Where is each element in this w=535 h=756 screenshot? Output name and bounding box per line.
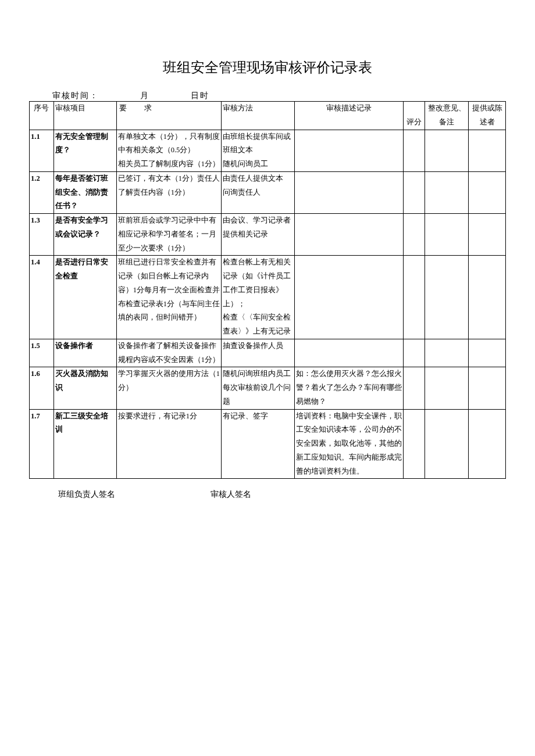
- cell-req: 已签订，有文本（1分）责任人了解责任内容（1分）: [116, 171, 222, 213]
- cell-score: [403, 256, 425, 339]
- cell-score: [403, 367, 425, 409]
- cell-desc: [294, 130, 403, 171]
- cell-provider: [469, 367, 506, 409]
- cell-num: 1.7: [30, 409, 54, 479]
- header-remark: 整改意见、备注: [425, 102, 469, 130]
- cell-num: 1.1: [30, 130, 54, 171]
- header-provider: 提供或陈述者: [469, 102, 506, 130]
- cell-score: [403, 171, 425, 213]
- cell-req: 班组已进行日常安全检查并有记录（如日台帐上有记录内容）1分每月有一次全面检查并布…: [116, 256, 222, 339]
- cell-method: 有记录、签字: [222, 409, 294, 479]
- cell-provider: [469, 256, 506, 339]
- table-header-row: 序号 审核项目 要求 审核方法 审核描述记录 评分 整改意见、备注 提供或陈述者: [30, 102, 506, 130]
- audit-time-day-label: 日时: [191, 91, 209, 100]
- cell-provider: [469, 409, 506, 479]
- cell-num: 1.6: [30, 367, 54, 409]
- cell-req: 设备操作者了解相关设备操作规程内容或不安全因素（1分）: [116, 339, 222, 367]
- cell-desc: [294, 171, 403, 213]
- cell-score: [403, 409, 425, 479]
- table-row: 1.5 设备操作者 设备操作者了解相关设备操作规程内容或不安全因素（1分） 抽查…: [30, 339, 506, 367]
- audit-time-month-label: 月: [140, 91, 149, 100]
- cell-req: 按要求进行，有记录1分: [116, 409, 222, 479]
- table-row: 1.6 灭火器及消防知识 学习掌握灭火器的使用方法（1分） 随机问询班组内员工每…: [30, 367, 506, 409]
- cell-item: 有无安全管理制度？: [54, 130, 116, 171]
- cell-score: [403, 339, 425, 367]
- cell-num: 1.2: [30, 171, 54, 213]
- header-req: 要求: [116, 102, 222, 130]
- header-method: 审核方法: [222, 102, 294, 130]
- cell-score: [403, 130, 425, 171]
- cell-remark: [425, 171, 469, 213]
- table-row: 1.2 每年是否签订班组安全、消防责任书？ 已签订，有文本（1分）责任人了解责任…: [30, 171, 506, 213]
- cell-item: 设备操作者: [54, 339, 116, 367]
- table-row: 1.7 新工三级安全培训 按要求进行，有记录1分 有记录、签字 培训资料：电脑中…: [30, 409, 506, 479]
- cell-item: 灭火器及消防知识: [54, 367, 116, 409]
- cell-desc: 如：怎么使用灭火器？怎么报火警？着火了怎么办？车间有哪些易燃物？: [294, 367, 403, 409]
- header-num: 序号: [30, 102, 54, 130]
- table-row: 1.1 有无安全管理制度？ 有单独文本（1分），只有制度中有相关条文（0.5分）…: [30, 130, 506, 171]
- header-item: 审核项目: [54, 102, 116, 130]
- cell-method: 由班组长提供车间或班组文本随机问询员工: [222, 130, 294, 171]
- cell-req: 班前班后会或学习记录中中有相应记录和学习者签名；一月至少一次要求（1分）: [116, 214, 222, 256]
- header-score: 评分: [403, 102, 425, 130]
- cell-remark: [425, 214, 469, 256]
- cell-desc: [294, 339, 403, 367]
- cell-item: 每年是否签订班组安全、消防责任书？: [54, 171, 116, 213]
- cell-remark: [425, 130, 469, 171]
- cell-desc: [294, 256, 403, 339]
- cell-method: 由会议、学习记录者提供相关记录: [222, 214, 294, 256]
- cell-item: 是否有安全学习或会议记录？: [54, 214, 116, 256]
- cell-remark: [425, 367, 469, 409]
- cell-desc: 培训资料：电脑中安全课件，职工安全知识读本等，公司办的不安全因素，如取化池等，其…: [294, 409, 403, 479]
- cell-item: 是否进行日常安全检查: [54, 256, 116, 339]
- cell-num: 1.5: [30, 339, 54, 367]
- cell-provider: [469, 339, 506, 367]
- header-desc: 审核描述记录: [294, 102, 403, 130]
- cell-item: 新工三级安全培训: [54, 409, 116, 479]
- table-body: 1.1 有无安全管理制度？ 有单独文本（1分），只有制度中有相关条文（0.5分）…: [30, 130, 506, 479]
- cell-provider: [469, 214, 506, 256]
- table-row: 1.3 是否有安全学习或会议记录？ 班前班后会或学习记录中中有相应记录和学习者签…: [30, 214, 506, 256]
- table-row: 1.4 是否进行日常安全检查 班组已进行日常安全检查并有记录（如日台帐上有记录内…: [30, 256, 506, 339]
- cell-remark: [425, 409, 469, 479]
- cell-method: 抽查设备操作人员: [222, 339, 294, 367]
- audit-time-line: 审核时间： 月 日时: [52, 91, 506, 101]
- cell-remark: [425, 256, 469, 339]
- cell-desc: [294, 214, 403, 256]
- sign-right: 审核人签名: [211, 489, 251, 500]
- cell-req: 学习掌握灭火器的使用方法（1分）: [116, 367, 222, 409]
- cell-req: 有单独文本（1分），只有制度中有相关条文（0.5分）相关员工了解制度内容（1分）: [116, 130, 222, 171]
- audit-table: 序号 审核项目 要求 审核方法 审核描述记录 评分 整改意见、备注 提供或陈述者…: [29, 101, 506, 479]
- cell-method: 随机问询班组内员工每次审核前设几个问题: [222, 367, 294, 409]
- cell-provider: [469, 130, 506, 171]
- cell-remark: [425, 339, 469, 367]
- cell-num: 1.4: [30, 256, 54, 339]
- cell-provider: [469, 171, 506, 213]
- document-title: 班组安全管理现场审核评价记录表: [29, 58, 506, 77]
- cell-num: 1.3: [30, 214, 54, 256]
- cell-method: 检查台帐上有无相关记录（如《计件员工工作工资日报表》上）；检查〈〈车间安全检查表…: [222, 256, 294, 339]
- audit-time-label: 审核时间：: [52, 91, 99, 100]
- cell-score: [403, 214, 425, 256]
- signature-line: 班组负责人签名 审核人签名: [29, 489, 506, 500]
- cell-method: 由责任人提供文本问询责任人: [222, 171, 294, 213]
- sign-left: 班组负责人签名: [58, 489, 115, 500]
